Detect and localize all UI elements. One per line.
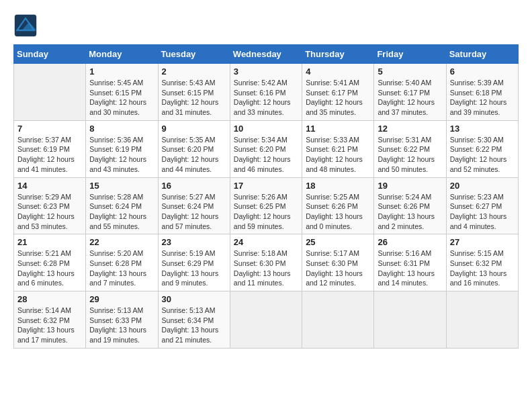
day-info: Sunrise: 5:30 AM Sunset: 6:22 PM Dayligh…	[450, 135, 515, 175]
calendar-week-5: 28Sunrise: 5:14 AM Sunset: 6:32 PM Dayli…	[14, 291, 519, 349]
day-info: Sunrise: 5:17 AM Sunset: 6:30 PM Dayligh…	[306, 248, 370, 288]
calendar-cell: 28Sunrise: 5:14 AM Sunset: 6:32 PM Dayli…	[14, 291, 86, 349]
day-number: 1	[89, 66, 154, 77]
day-info: Sunrise: 5:45 AM Sunset: 6:15 PM Dayligh…	[89, 78, 154, 118]
calendar-cell: 2Sunrise: 5:43 AM Sunset: 6:15 PM Daylig…	[158, 64, 230, 121]
calendar-cell: 5Sunrise: 5:40 AM Sunset: 6:17 PM Daylig…	[374, 64, 446, 121]
day-number: 9	[162, 124, 226, 134]
calendar-cell: 1Sunrise: 5:45 AM Sunset: 6:15 PM Daylig…	[86, 64, 158, 121]
day-number: 21	[17, 237, 82, 247]
calendar-cell: 24Sunrise: 5:18 AM Sunset: 6:30 PM Dayli…	[230, 234, 302, 291]
calendar-week-3: 14Sunrise: 5:29 AM Sunset: 6:23 PM Dayli…	[14, 177, 519, 234]
weekday-header-monday: Monday	[86, 45, 158, 64]
day-info: Sunrise: 5:40 AM Sunset: 6:17 PM Dayligh…	[378, 78, 442, 118]
calendar-cell: 26Sunrise: 5:16 AM Sunset: 6:31 PM Dayli…	[374, 234, 446, 291]
calendar-cell: 18Sunrise: 5:25 AM Sunset: 6:26 PM Dayli…	[302, 177, 374, 234]
calendar-week-1: 1Sunrise: 5:45 AM Sunset: 6:15 PM Daylig…	[14, 64, 519, 121]
day-info: Sunrise: 5:20 AM Sunset: 6:28 PM Dayligh…	[89, 248, 154, 288]
weekday-header-sunday: Sunday	[14, 45, 86, 64]
day-number: 8	[89, 124, 154, 134]
day-number: 10	[234, 124, 298, 134]
calendar-week-4: 21Sunrise: 5:21 AM Sunset: 6:28 PM Dayli…	[14, 234, 519, 291]
day-info: Sunrise: 5:36 AM Sunset: 6:19 PM Dayligh…	[89, 135, 154, 175]
day-info: Sunrise: 5:28 AM Sunset: 6:24 PM Dayligh…	[89, 192, 154, 232]
day-number: 17	[234, 181, 298, 191]
day-info: Sunrise: 5:31 AM Sunset: 6:22 PM Dayligh…	[378, 135, 442, 175]
day-number: 15	[89, 181, 154, 191]
day-number: 2	[162, 66, 226, 77]
day-info: Sunrise: 5:34 AM Sunset: 6:20 PM Dayligh…	[234, 135, 298, 175]
weekday-header-saturday: Saturday	[446, 45, 518, 64]
calendar-cell: 7Sunrise: 5:37 AM Sunset: 6:19 PM Daylig…	[14, 120, 86, 177]
day-info: Sunrise: 5:41 AM Sunset: 6:17 PM Dayligh…	[306, 78, 370, 118]
day-info: Sunrise: 5:13 AM Sunset: 6:34 PM Dayligh…	[162, 306, 226, 345]
calendar-cell: 16Sunrise: 5:27 AM Sunset: 6:24 PM Dayli…	[158, 177, 230, 234]
calendar-cell: 8Sunrise: 5:36 AM Sunset: 6:19 PM Daylig…	[86, 120, 158, 177]
logo	[13, 13, 42, 38]
day-number: 28	[17, 294, 82, 304]
calendar-cell: 20Sunrise: 5:23 AM Sunset: 6:27 PM Dayli…	[446, 177, 518, 234]
day-info: Sunrise: 5:15 AM Sunset: 6:32 PM Dayligh…	[450, 248, 515, 288]
day-number: 27	[450, 237, 515, 247]
day-number: 20	[450, 181, 515, 191]
day-info: Sunrise: 5:23 AM Sunset: 6:27 PM Dayligh…	[450, 192, 515, 232]
calendar-cell: 10Sunrise: 5:34 AM Sunset: 6:20 PM Dayli…	[230, 120, 302, 177]
day-info: Sunrise: 5:42 AM Sunset: 6:16 PM Dayligh…	[234, 78, 298, 118]
day-number: 5	[378, 66, 442, 77]
day-number: 22	[89, 237, 154, 247]
calendar-cell: 23Sunrise: 5:19 AM Sunset: 6:29 PM Dayli…	[158, 234, 230, 291]
day-info: Sunrise: 5:27 AM Sunset: 6:24 PM Dayligh…	[162, 192, 226, 232]
calendar-cell: 6Sunrise: 5:39 AM Sunset: 6:18 PM Daylig…	[446, 64, 518, 121]
logo-icon	[13, 13, 38, 38]
weekday-header-wednesday: Wednesday	[230, 45, 302, 64]
calendar-cell: 19Sunrise: 5:24 AM Sunset: 6:26 PM Dayli…	[374, 177, 446, 234]
day-number: 13	[450, 124, 515, 134]
day-info: Sunrise: 5:24 AM Sunset: 6:26 PM Dayligh…	[378, 192, 442, 232]
day-info: Sunrise: 5:35 AM Sunset: 6:20 PM Dayligh…	[162, 135, 226, 175]
weekday-header-row: SundayMondayTuesdayWednesdayThursdayFrid…	[14, 45, 519, 64]
calendar-cell: 17Sunrise: 5:26 AM Sunset: 6:25 PM Dayli…	[230, 177, 302, 234]
day-number: 14	[17, 181, 82, 191]
day-number: 29	[89, 294, 154, 304]
day-info: Sunrise: 5:37 AM Sunset: 6:19 PM Dayligh…	[17, 135, 82, 175]
weekday-header-thursday: Thursday	[302, 45, 374, 64]
day-number: 6	[450, 66, 515, 77]
calendar-cell	[446, 291, 518, 349]
day-info: Sunrise: 5:18 AM Sunset: 6:30 PM Dayligh…	[234, 248, 298, 288]
calendar-cell: 13Sunrise: 5:30 AM Sunset: 6:22 PM Dayli…	[446, 120, 518, 177]
page-header	[13, 13, 519, 38]
weekday-header-friday: Friday	[374, 45, 446, 64]
day-number: 25	[306, 237, 370, 247]
day-number: 23	[162, 237, 226, 247]
calendar-table: SundayMondayTuesdayWednesdayThursdayFrid…	[13, 44, 519, 349]
day-number: 19	[378, 181, 442, 191]
day-number: 11	[306, 124, 370, 134]
day-info: Sunrise: 5:14 AM Sunset: 6:32 PM Dayligh…	[17, 306, 82, 345]
calendar-cell	[374, 291, 446, 349]
day-info: Sunrise: 5:43 AM Sunset: 6:15 PM Dayligh…	[162, 78, 226, 118]
day-number: 26	[378, 237, 442, 247]
calendar-cell: 3Sunrise: 5:42 AM Sunset: 6:16 PM Daylig…	[230, 64, 302, 121]
day-number: 24	[234, 237, 298, 247]
calendar-cell: 25Sunrise: 5:17 AM Sunset: 6:30 PM Dayli…	[302, 234, 374, 291]
calendar-cell: 9Sunrise: 5:35 AM Sunset: 6:20 PM Daylig…	[158, 120, 230, 177]
day-number: 30	[162, 294, 226, 304]
day-info: Sunrise: 5:16 AM Sunset: 6:31 PM Dayligh…	[378, 248, 442, 288]
day-info: Sunrise: 5:21 AM Sunset: 6:28 PM Dayligh…	[17, 248, 82, 288]
day-number: 7	[17, 124, 82, 134]
calendar-cell: 11Sunrise: 5:33 AM Sunset: 6:21 PM Dayli…	[302, 120, 374, 177]
day-number: 12	[378, 124, 442, 134]
day-info: Sunrise: 5:29 AM Sunset: 6:23 PM Dayligh…	[17, 192, 82, 232]
calendar-week-2: 7Sunrise: 5:37 AM Sunset: 6:19 PM Daylig…	[14, 120, 519, 177]
day-info: Sunrise: 5:39 AM Sunset: 6:18 PM Dayligh…	[450, 78, 515, 118]
day-info: Sunrise: 5:33 AM Sunset: 6:21 PM Dayligh…	[306, 135, 370, 175]
day-number: 18	[306, 181, 370, 191]
day-number: 16	[162, 181, 226, 191]
calendar-cell: 27Sunrise: 5:15 AM Sunset: 6:32 PM Dayli…	[446, 234, 518, 291]
calendar-cell: 12Sunrise: 5:31 AM Sunset: 6:22 PM Dayli…	[374, 120, 446, 177]
calendar-cell: 15Sunrise: 5:28 AM Sunset: 6:24 PM Dayli…	[86, 177, 158, 234]
weekday-header-tuesday: Tuesday	[158, 45, 230, 64]
calendar-cell	[302, 291, 374, 349]
day-number: 4	[306, 66, 370, 77]
calendar-cell: 21Sunrise: 5:21 AM Sunset: 6:28 PM Dayli…	[14, 234, 86, 291]
